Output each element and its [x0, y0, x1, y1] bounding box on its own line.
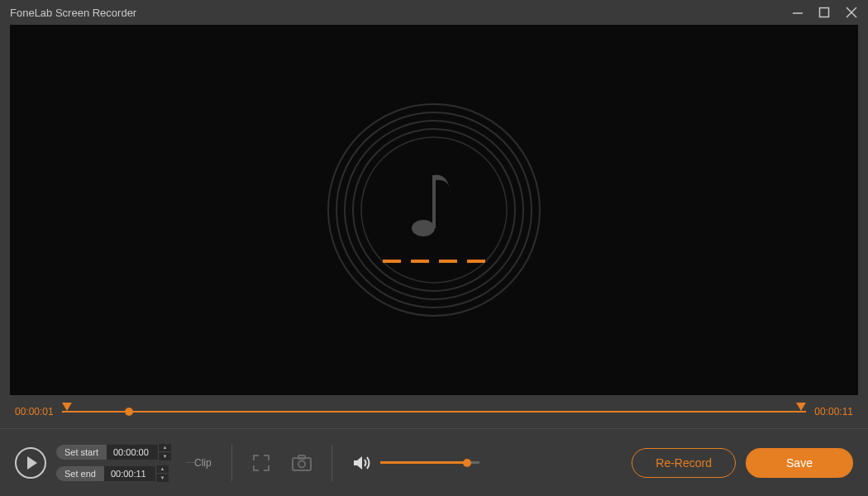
- set-end-step-up[interactable]: ▲: [156, 465, 169, 474]
- set-start-step-down[interactable]: ▼: [159, 452, 171, 460]
- svg-rect-10: [432, 175, 436, 228]
- titlebar: FoneLab Screen Recorder: [0, 0, 868, 25]
- set-end-value[interactable]: 00:00:11: [104, 466, 155, 481]
- trim-start-handle[interactable]: [62, 403, 72, 411]
- trim-end-handle[interactable]: [796, 403, 806, 411]
- clip-action[interactable]: - - - Clip: [186, 457, 212, 469]
- volume-control: [352, 454, 479, 472]
- save-button[interactable]: Save: [746, 448, 853, 478]
- screenshot-button[interactable]: [292, 455, 312, 471]
- play-icon: [27, 456, 37, 470]
- volume-fill: [380, 461, 468, 464]
- volume-thumb[interactable]: [463, 459, 471, 467]
- playhead[interactable]: [125, 408, 133, 416]
- minimize-button[interactable]: [792, 7, 804, 18]
- play-button[interactable]: [15, 447, 46, 479]
- audio-level-dashes: [383, 260, 485, 263]
- app-title: FoneLab Screen Recorder: [10, 7, 136, 19]
- set-start-stepper: ▲ ▼: [158, 444, 171, 460]
- maximize-button[interactable]: [818, 7, 830, 18]
- music-note-icon: [405, 160, 463, 243]
- set-end-step-down[interactable]: ▼: [156, 474, 169, 482]
- scissors-icon: - - -: [186, 459, 193, 466]
- set-start-step-up[interactable]: ▲: [159, 444, 171, 452]
- fullscreen-icon: [252, 454, 270, 472]
- preview-area: [10, 25, 858, 395]
- camera-icon: [292, 455, 312, 471]
- set-start-button[interactable]: Set start: [56, 445, 107, 460]
- volume-slider[interactable]: [380, 461, 479, 464]
- re-record-button[interactable]: Re-Record: [632, 448, 736, 478]
- divider: [231, 445, 232, 481]
- clip-trim-group: Set start 00:00:00 ▲ ▼ Set end 00:00:11 …: [56, 444, 171, 482]
- timeline: 00:00:01 00:00:11: [0, 395, 868, 428]
- svg-point-9: [412, 220, 435, 236]
- close-button[interactable]: [845, 6, 858, 19]
- svg-point-13: [298, 460, 305, 467]
- volume-button[interactable]: [352, 454, 372, 472]
- window-controls: [792, 6, 858, 19]
- controls-bar: Set start 00:00:00 ▲ ▼ Set end 00:00:11 …: [0, 428, 868, 496]
- timeline-end-time: 00:00:11: [814, 406, 853, 417]
- fullscreen-button[interactable]: [252, 454, 270, 472]
- timeline-start-time: 00:00:01: [15, 406, 54, 417]
- volume-icon: [352, 454, 372, 472]
- svg-rect-1: [820, 8, 829, 17]
- divider: [331, 445, 332, 481]
- set-end-stepper: ▲ ▼: [155, 465, 169, 482]
- timeline-track[interactable]: [62, 403, 807, 420]
- svg-rect-11: [293, 458, 311, 470]
- set-end-button[interactable]: Set end: [56, 466, 104, 481]
- set-start-value[interactable]: 00:00:00: [107, 445, 158, 460]
